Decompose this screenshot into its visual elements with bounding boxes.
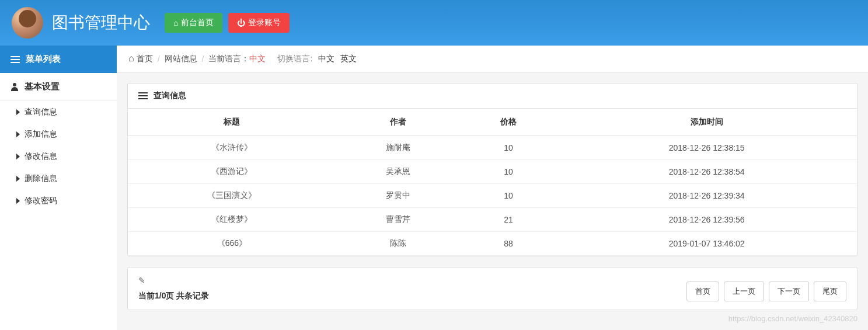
prev-page-button[interactable]: 上一页 — [724, 282, 764, 301]
sidebar-item-delete[interactable]: 删除信息 — [0, 168, 117, 190]
sidebar-header-label: 菜单列表 — [26, 54, 61, 65]
pagination-panel: 当前1/0页 共条记录 首页 上一页 下一页 尾页 — [127, 267, 857, 310]
table-row: 《水浒传》施耐庵102018-12-26 12:38:15 — [128, 136, 857, 160]
avatar — [12, 7, 43, 39]
page-info-text: 当前1/0页 共条记录 — [138, 291, 209, 301]
cell-author: 罗贯中 — [336, 184, 461, 208]
breadcrumb-separator: / — [202, 54, 204, 64]
table-row: 《红楼梦》曹雪芹212018-12-26 12:39:56 — [128, 208, 857, 232]
panel-header: 查询信息 — [128, 84, 857, 109]
cell-price: 10 — [461, 136, 557, 160]
cell-time: 2018-12-26 12:38:54 — [556, 160, 857, 184]
breadcrumb-home[interactable]: 首页 — [128, 53, 153, 64]
cell-author: 曹雪芹 — [336, 208, 461, 232]
edit-icon[interactable] — [138, 276, 209, 285]
sidebar-item-label: 修改信息 — [25, 151, 57, 162]
first-page-button[interactable]: 首页 — [686, 282, 719, 301]
sidebar-item-label: 查询信息 — [25, 107, 57, 117]
breadcrumb-separator: / — [158, 54, 160, 64]
caret-right-icon — [16, 154, 20, 159]
user-icon — [11, 83, 19, 91]
current-language-label: 当前语言：中文 — [208, 54, 266, 64]
column-price: 价格 — [461, 109, 557, 136]
cell-price: 10 — [461, 184, 557, 208]
cell-author: 吴承恩 — [336, 160, 461, 184]
button-label: 前台首页 — [181, 18, 214, 28]
sidebar-item-password[interactable]: 修改密码 — [0, 190, 117, 212]
column-author: 作者 — [336, 109, 461, 136]
page-title: 图书管理中心 — [52, 12, 150, 34]
sidebar-item-query[interactable]: 查询信息 — [0, 101, 117, 123]
next-page-button[interactable]: 下一页 — [769, 282, 809, 301]
table-row: 《西游记》吴承恩102018-12-26 12:38:54 — [128, 160, 857, 184]
table-header-row: 标题 作者 价格 添加时间 — [128, 109, 857, 136]
menu-icon — [11, 54, 20, 65]
header: 图书管理中心 ⌂ 前台首页 ⏻ 登录账号 — [0, 0, 868, 46]
cell-time: 2018-12-26 12:38:15 — [556, 136, 857, 160]
table-row: 《666》陈陈882019-01-07 13:46:02 — [128, 232, 857, 256]
sidebar-item-edit[interactable]: 修改信息 — [0, 145, 117, 168]
breadcrumb-site-info[interactable]: 网站信息 — [165, 54, 197, 64]
caret-right-icon — [16, 176, 20, 182]
cell-time: 2019-01-07 13:46:02 — [556, 232, 857, 256]
switch-language-label: 切换语言: — [277, 54, 312, 64]
caret-right-icon — [16, 131, 20, 137]
button-label: 登录账号 — [248, 18, 281, 28]
sidebar-item-add[interactable]: 添加信息 — [0, 123, 117, 145]
cell-price: 21 — [461, 208, 557, 232]
language-option-english[interactable]: 英文 — [340, 54, 357, 64]
caret-right-icon — [16, 198, 20, 204]
panel-title: 查询信息 — [154, 91, 186, 101]
caret-right-icon — [16, 109, 20, 115]
cell-title: 《666》 — [128, 232, 336, 256]
sidebar-item-label: 删除信息 — [25, 173, 57, 184]
content-area: 首页 / 网站信息 / 当前语言：中文 切换语言: 中文 英文 查询信息 标题 … — [117, 46, 868, 330]
cell-time: 2018-12-26 12:39:34 — [556, 184, 857, 208]
login-account-button[interactable]: ⏻ 登录账号 — [228, 13, 290, 33]
power-icon: ⏻ — [237, 18, 245, 27]
list-icon — [138, 91, 148, 101]
sidebar-section-basic-settings[interactable]: 基本设置 — [0, 73, 117, 101]
cell-title: 《三国演义》 — [128, 184, 336, 208]
cell-title: 《水浒传》 — [128, 136, 336, 160]
data-table: 标题 作者 价格 添加时间 《水浒传》施耐庵102018-12-26 12:38… — [128, 109, 857, 256]
cell-time: 2018-12-26 12:39:56 — [556, 208, 857, 232]
cell-price: 88 — [461, 232, 557, 256]
column-time: 添加时间 — [556, 109, 857, 136]
language-option-chinese[interactable]: 中文 — [318, 54, 334, 64]
cell-author: 施耐庵 — [336, 136, 461, 160]
last-page-button[interactable]: 尾页 — [814, 282, 846, 301]
cell-title: 《红楼梦》 — [128, 208, 336, 232]
sidebar-item-label: 添加信息 — [25, 129, 57, 140]
column-title: 标题 — [128, 109, 336, 136]
sidebar: 菜单列表 基本设置 查询信息 添加信息 修改信息 删除信息 修改密码 — [0, 46, 117, 330]
table-row: 《三国演义》罗贯中102018-12-26 12:39:34 — [128, 184, 857, 208]
sidebar-section-label: 基本设置 — [25, 81, 60, 92]
sidebar-menu-header[interactable]: 菜单列表 — [0, 46, 117, 73]
cell-title: 《西游记》 — [128, 160, 336, 184]
breadcrumb: 首页 / 网站信息 / 当前语言：中文 切换语言: 中文 英文 — [117, 46, 868, 72]
home-icon: ⌂ — [173, 18, 178, 27]
current-language-value: 中文 — [249, 54, 266, 63]
frontend-home-button[interactable]: ⌂ 前台首页 — [165, 13, 222, 33]
cell-price: 10 — [461, 160, 557, 184]
sidebar-item-label: 修改密码 — [25, 196, 57, 206]
query-info-panel: 查询信息 标题 作者 价格 添加时间 《水浒传》施耐庵102018-12-26 … — [127, 83, 857, 256]
cell-author: 陈陈 — [336, 232, 461, 256]
